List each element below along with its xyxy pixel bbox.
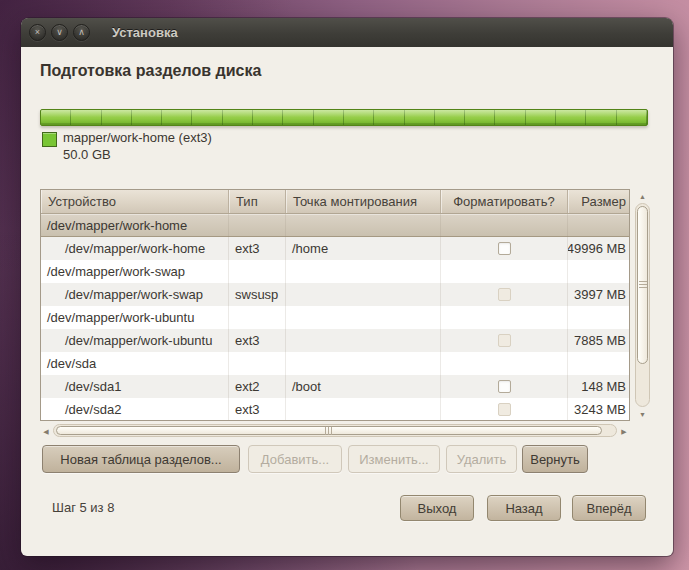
column-header-type[interactable]: Тип: [229, 190, 286, 213]
cell-type: ext3: [229, 398, 286, 421]
vertical-scroll-trough[interactable]: [635, 203, 650, 407]
cell-device: /dev/mapper/work-swap: [41, 260, 229, 283]
cell-size: 49996 MB: [568, 237, 629, 260]
forward-button[interactable]: Вперёд: [572, 495, 646, 521]
close-icon[interactable]: ×: [29, 24, 46, 41]
column-header-size[interactable]: Размер: [568, 190, 629, 213]
cell-type: [229, 260, 286, 283]
cell-device: /dev/mapper/work-ubuntu: [41, 329, 229, 352]
step-indicator: Шаг 5 из 8: [52, 500, 114, 515]
cell-mountpoint: [286, 352, 441, 375]
table-row[interactable]: /dev/mapper/work-swap: [41, 260, 629, 283]
table-row[interactable]: /dev/mapper/work-ubuntu: [41, 306, 629, 329]
table-row[interactable]: /dev/sda: [41, 352, 629, 375]
legend-color-swatch: [42, 132, 57, 147]
cell-size: 3997 MB: [568, 283, 629, 306]
revert-button[interactable]: Вернуть: [522, 445, 588, 473]
minimize-icon[interactable]: ∨: [51, 24, 68, 41]
edit-partition-button[interactable]: Изменить...: [348, 445, 440, 473]
cell-size: 3243 MB: [568, 398, 629, 421]
scroll-right-icon[interactable]: ▶: [618, 426, 630, 438]
cell-device: /dev/sda1: [41, 375, 229, 398]
table-row[interactable]: /dev/mapper/work-swap swsusp 3997 MB: [41, 283, 629, 306]
installer-window: × ∨ ∧ Установка Подготовка разделов диск…: [21, 18, 673, 556]
table-row[interactable]: /dev/mapper/work-home ext3 /home 49996 M…: [41, 237, 629, 260]
cell-mountpoint: /boot: [286, 375, 441, 398]
table-row[interactable]: /dev/sda2 ext3 3243 MB: [41, 398, 629, 421]
vertical-scrollbar[interactable]: ▲ ▼: [633, 190, 652, 420]
quit-button[interactable]: Выход: [400, 495, 474, 521]
cell-mountpoint: /home: [286, 237, 441, 260]
add-partition-button[interactable]: Добавить...: [248, 445, 342, 473]
format-checkbox[interactable]: [498, 334, 511, 347]
format-checkbox[interactable]: [498, 380, 511, 393]
page-title: Подготовка разделов диска: [40, 62, 261, 80]
maximize-icon[interactable]: ∧: [73, 24, 90, 41]
cell-type: [229, 306, 286, 329]
cell-device: /dev/sda: [41, 352, 229, 375]
cell-type: swsusp: [229, 283, 286, 306]
scroll-grip-icon: [325, 427, 333, 435]
cell-mountpoint: [286, 306, 441, 329]
column-header-format[interactable]: Форматировать?: [441, 190, 568, 213]
table-row[interactable]: /dev/mapper/work-ubuntu ext3 7885 MB: [41, 329, 629, 352]
cell-device: /dev/sda2: [41, 398, 229, 421]
cell-type: [229, 214, 286, 237]
table-row[interactable]: /dev/sda1 ext2 /boot 148 MB: [41, 375, 629, 398]
cell-type: ext3: [229, 237, 286, 260]
horizontal-scroll-thumb[interactable]: [56, 426, 602, 435]
scroll-left-icon[interactable]: ◀: [40, 426, 52, 438]
window-title: Установка: [112, 25, 178, 40]
cell-size: [568, 214, 629, 237]
format-checkbox[interactable]: [498, 288, 511, 301]
partition-table: Устройство Тип Точка монтирования Формат…: [40, 189, 630, 421]
legend-partition-label: mapper/work-home (ext3): [63, 130, 212, 145]
horizontal-scroll-trough[interactable]: [53, 424, 617, 437]
cell-type: ext3: [229, 329, 286, 352]
cell-size: 148 MB: [568, 375, 629, 398]
cell-size: [568, 352, 629, 375]
cell-device: /dev/mapper/work-ubuntu: [41, 306, 229, 329]
cell-mountpoint: [286, 283, 441, 306]
format-checkbox[interactable]: [498, 403, 511, 416]
cell-type: [229, 352, 286, 375]
cell-mountpoint: [286, 398, 441, 421]
window-titlebar[interactable]: × ∨ ∧ Установка: [21, 18, 673, 47]
disk-usage-bar: [40, 109, 648, 126]
back-button[interactable]: Назад: [487, 495, 561, 521]
horizontal-scrollbar[interactable]: ◀ ▶: [40, 424, 630, 439]
table-row[interactable]: /dev/mapper/work-home: [41, 214, 629, 237]
scroll-grip-icon: [639, 281, 647, 289]
cell-size: [568, 260, 629, 283]
cell-device: /dev/mapper/work-home: [41, 214, 229, 237]
scroll-up-icon[interactable]: ▲: [637, 190, 649, 202]
cell-mountpoint: [286, 214, 441, 237]
cell-mountpoint: [286, 260, 441, 283]
column-header-mountpoint[interactable]: Точка монтирования: [286, 190, 441, 213]
scroll-down-icon[interactable]: ▼: [637, 408, 649, 420]
new-partition-table-button[interactable]: Новая таблица разделов...: [42, 445, 240, 473]
format-checkbox[interactable]: [498, 242, 511, 255]
vertical-scroll-thumb[interactable]: [637, 206, 648, 364]
cell-mountpoint: [286, 329, 441, 352]
cell-type: ext2: [229, 375, 286, 398]
table-header-row: Устройство Тип Точка монтирования Формат…: [41, 190, 629, 214]
cell-device: /dev/mapper/work-swap: [41, 283, 229, 306]
cell-size: [568, 306, 629, 329]
legend-partition-size: 50.0 GB: [63, 147, 111, 162]
cell-size: 7885 MB: [568, 329, 629, 352]
column-header-device[interactable]: Устройство: [41, 190, 229, 213]
cell-device: /dev/mapper/work-home: [41, 237, 229, 260]
delete-partition-button[interactable]: Удалить: [446, 445, 517, 473]
